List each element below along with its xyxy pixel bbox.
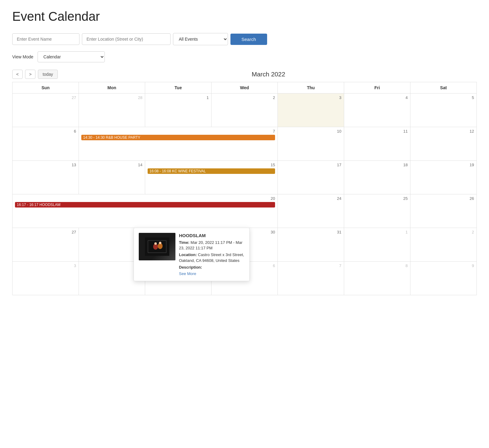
boxing-icon: [145, 237, 169, 256]
table-cell: 10: [278, 127, 344, 161]
table-cell: 17: [278, 161, 344, 194]
col-fri: Fri: [344, 82, 410, 94]
next-month-button[interactable]: >: [25, 70, 35, 79]
col-mon: Mon: [79, 82, 145, 94]
table-cell: 26: [410, 194, 477, 228]
event-name-input[interactable]: [12, 33, 79, 45]
calendar-table: Sun Mon Tue Wed Thu Fri Sat 27 28 1 2 3 …: [12, 82, 477, 295]
table-cell: 9: [410, 262, 477, 295]
table-cell: 7: [278, 262, 344, 295]
table-cell: 27: [13, 228, 79, 262]
popup-image: [139, 233, 175, 260]
col-wed: Wed: [211, 82, 278, 94]
table-cell: 14: [79, 161, 145, 194]
search-button[interactable]: Search: [230, 34, 267, 45]
category-select[interactable]: All Events Music Sports Arts: [173, 33, 228, 45]
table-cell: 27: [13, 94, 79, 127]
view-mode-select[interactable]: Calendar List Map: [38, 51, 105, 62]
week-row: 13 14 15 16:08 - 16:08 KC WINE FESTIVAL …: [13, 161, 477, 194]
popup-title: HOODSLAM: [179, 233, 244, 238]
search-bar: All Events Music Sports Arts Search: [12, 33, 477, 45]
table-cell: 1: [344, 228, 410, 262]
table-cell: 24: [278, 194, 344, 228]
event-popup: HOODSLAM Time: Mar 20, 2022 11:17 PM - M…: [134, 228, 250, 281]
location-input[interactable]: [82, 33, 171, 45]
table-cell: 8: [344, 262, 410, 295]
col-tue: Tue: [145, 82, 211, 94]
week-row: 27 28 1 2 3 4 5: [13, 94, 477, 127]
col-thu: Thu: [278, 82, 344, 94]
view-mode-label: View Mode: [12, 54, 33, 59]
view-mode-row: View Mode Calendar List Map: [12, 51, 477, 62]
table-cell-event: 7 14:30 - 14:30 R&B HOUSE PARTY: [79, 127, 278, 161]
week-row: 20 16:17 - 16:17 HOODSLAM: [13, 194, 477, 228]
table-cell: 12: [410, 127, 477, 161]
see-more-link[interactable]: See More: [179, 271, 196, 276]
svg-point-7: [154, 242, 157, 245]
table-cell: 3: [13, 262, 79, 295]
table-cell: 13: [13, 161, 79, 194]
week-row: 6 7 14:30 - 14:30 R&B HOUSE PARTY 10 11 …: [13, 127, 477, 161]
table-cell: 11: [344, 127, 410, 161]
event-hoodslam[interactable]: 16:17 - 16:17 HOODSLAM: [15, 202, 275, 207]
table-cell: 1: [145, 94, 211, 127]
table-cell: 6: [13, 127, 79, 161]
table-cell: 18: [344, 161, 410, 194]
table-cell-today: 3: [278, 94, 344, 127]
event-rnb[interactable]: 14:30 - 14:30 R&B HOUSE PARTY: [81, 135, 275, 140]
svg-point-8: [159, 242, 161, 244]
table-cell-event-hoodslam: 20 16:17 - 16:17 HOODSLAM: [13, 194, 278, 228]
table-cell: 5: [410, 94, 477, 127]
col-sat: Sat: [410, 82, 477, 94]
table-cell: 31: [278, 228, 344, 262]
prev-month-button[interactable]: <: [12, 70, 23, 79]
table-cell-event: 15 16:08 - 16:08 KC WINE FESTIVAL: [145, 161, 278, 194]
page-title: Event Calendar: [12, 9, 477, 24]
popup-content: HOODSLAM Time: Mar 20, 2022 11:17 PM - M…: [179, 233, 244, 276]
event-wine[interactable]: 16:08 - 16:08 KC WINE FESTIVAL: [148, 168, 275, 174]
table-cell: 4: [344, 94, 410, 127]
calendar-title: March 2022: [60, 71, 477, 78]
today-button[interactable]: today: [38, 70, 57, 79]
table-cell: 2: [211, 94, 278, 127]
table-cell: 25: [344, 194, 410, 228]
col-sun: Sun: [13, 82, 79, 94]
table-cell: 28: [79, 94, 145, 127]
table-cell: 19: [410, 161, 477, 194]
calendar-nav: < > today March 2022: [12, 70, 477, 79]
table-cell: 2: [410, 228, 477, 262]
